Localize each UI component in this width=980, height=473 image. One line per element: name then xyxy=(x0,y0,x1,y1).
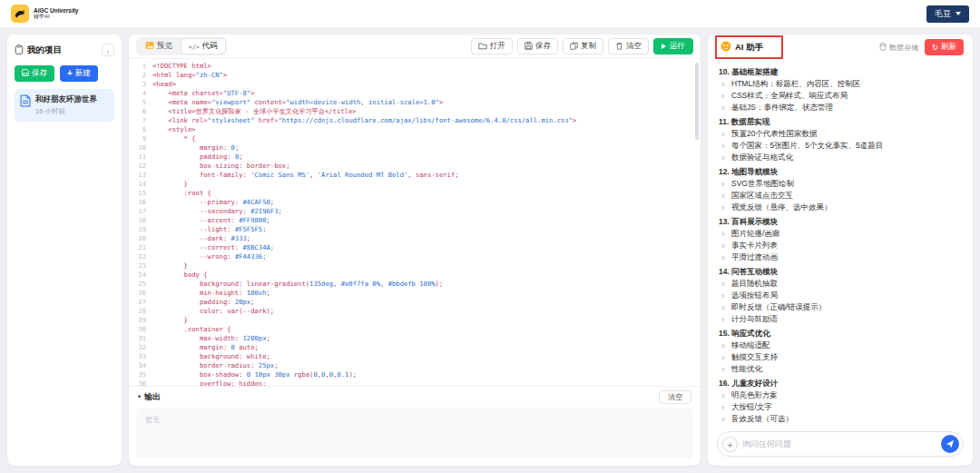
line-number: 19 xyxy=(129,225,152,234)
line-number: 26 xyxy=(129,289,152,298)
code-line: 2<html lang="zh-CN"> xyxy=(129,71,701,80)
code-line: 30 .container { xyxy=(129,325,701,334)
code-line: 27 padding: 20px; xyxy=(129,298,701,307)
plus-icon xyxy=(727,438,732,451)
user-menu-button[interactable]: 毛豆 xyxy=(926,5,969,23)
code-text: box-sizing: border-box; xyxy=(152,162,289,171)
assistant-list-item: 性能优化 xyxy=(719,363,962,375)
database-icon xyxy=(879,43,887,53)
collapse-sidebar-button[interactable] xyxy=(102,44,114,56)
save-project-button[interactable]: 保存 xyxy=(15,65,54,82)
code-text: --secondary: #2196F3; xyxy=(152,207,282,216)
code-text: <style> xyxy=(152,125,196,134)
tab-code-label: 代码 xyxy=(202,41,218,52)
code-line: 20 --dark: #333; xyxy=(129,234,701,243)
line-number: 2 xyxy=(129,71,152,80)
code-line: 8 <style> xyxy=(129,125,701,134)
clear-output-button[interactable]: 清空 xyxy=(659,390,691,404)
assistant-list-item: 大按钮/文字 xyxy=(719,401,962,413)
ai-assistant-content[interactable]: 10. 基础框架搭建HTML结构：标题栏、内容区、控制区CSS样式：全局样式、响… xyxy=(708,60,973,428)
project-list-item[interactable]: 和好朋友环游世界 16 小时前 xyxy=(15,89,114,122)
assistant-section-title: 10. 基础框架搭建 xyxy=(719,66,962,78)
code-text: <link rel="stylesheet" href="https://cdn… xyxy=(152,116,576,125)
new-project-button[interactable]: 新建 xyxy=(60,65,98,82)
code-line: 17 --secondary: #2196F3; xyxy=(129,207,701,216)
document-icon xyxy=(20,94,31,111)
line-number: 34 xyxy=(129,361,152,370)
assistant-section: 16. 儿童友好设计明亮色彩方案大按钮/文字音效反馈（可选） xyxy=(719,378,962,425)
vertical-scrollbar[interactable] xyxy=(695,63,699,140)
data-storage-button[interactable]: 数据存储 xyxy=(879,43,918,53)
send-button[interactable] xyxy=(941,435,959,453)
copy-button[interactable]: 复制 xyxy=(563,38,603,54)
code-line: 7 <link rel="stylesheet" href="https://c… xyxy=(129,116,701,125)
assistant-list-item: 音效反馈（可选） xyxy=(719,413,962,425)
copy-label: 复制 xyxy=(581,41,596,52)
chat-input[interactable] xyxy=(742,439,936,448)
code-text: } xyxy=(152,180,188,189)
code-line: 32 margin: 0 auto; xyxy=(129,343,701,352)
line-number: 30 xyxy=(129,325,152,334)
code-text: font-family: 'Comic Sans MS', 'Arial Rou… xyxy=(152,171,459,180)
code-text: } xyxy=(152,261,188,271)
line-number: 33 xyxy=(129,352,152,361)
code-line: 26 min-height: 100vh; xyxy=(129,289,701,298)
editor-panel: 预览 代码 打开 xyxy=(129,34,701,466)
line-number: 14 xyxy=(129,180,152,189)
run-button[interactable]: 运行 xyxy=(653,38,693,54)
assistant-section: 14. 问答互动模块题目随机抽取选项按钮布局即时反馈（正确/错误提示）计分与鼓励… xyxy=(719,266,962,325)
robot-icon xyxy=(720,39,731,55)
assistant-list-item: 平滑过渡动画 xyxy=(719,251,962,263)
line-number: 22 xyxy=(129,252,152,261)
code-lines: 1<!DOCTYPE html>2<html lang="zh-CN">3<he… xyxy=(129,62,701,386)
assistant-list-item: 即时反馈（正确/错误提示） xyxy=(719,301,962,313)
tab-preview-label: 预览 xyxy=(157,41,172,52)
code-text: --wrong: #F44336; xyxy=(152,252,267,261)
sidebar-actions: 保存 新建 xyxy=(15,65,114,82)
assistant-list-item: 明亮色彩方案 xyxy=(719,389,962,401)
ai-header-actions: 数据存储 刷新 xyxy=(879,39,964,55)
code-text: --accent: #FF9800; xyxy=(152,216,270,225)
code-line: 19 --light: #F5F5F5; xyxy=(129,225,701,234)
folder-icon xyxy=(478,42,487,52)
assistant-list-item: 题目随机抽取 xyxy=(719,278,962,290)
code-text: <!DOCTYPE html> xyxy=(152,62,211,71)
assistant-list-item: 视觉反馈（悬停、选中效果） xyxy=(719,202,962,213)
chat-bar xyxy=(708,428,973,466)
tab-code[interactable]: 代码 xyxy=(181,39,225,54)
code-text: * { xyxy=(152,134,196,143)
code-line: 22 --wrong: #F44336; xyxy=(129,252,701,261)
line-number: 15 xyxy=(129,189,152,198)
floppy-icon xyxy=(22,69,29,78)
line-number: 27 xyxy=(129,298,152,307)
toolbar-save-button[interactable]: 保存 xyxy=(517,38,558,54)
line-number: 18 xyxy=(129,216,152,225)
code-line: 21 --correct: #8BC34A; xyxy=(129,243,701,252)
refresh-label: 刷新 xyxy=(941,42,956,53)
user-name: 毛豆 xyxy=(935,8,951,20)
output-console: 暂无 xyxy=(136,408,693,458)
assistant-section: 11. 数据层实现预置20个代表性国家数据每个国家：5张图片、5个文化事实、5道… xyxy=(719,116,962,163)
code-text: box-shadow: 0 10px 30px rgba(0,0,0,0.1); xyxy=(152,370,357,379)
assistant-list-item: 基础JS：事件绑定、状态管理 xyxy=(719,102,962,113)
code-line: 14 } xyxy=(129,180,701,189)
open-button[interactable]: 打开 xyxy=(471,38,513,54)
assistant-list-item: 选项按钮布局 xyxy=(719,290,962,301)
refresh-button[interactable]: 刷新 xyxy=(925,39,964,55)
save-project-label: 保存 xyxy=(32,68,47,79)
code-line: 6 <title>世界文化探险家 - 全球小学生文化学习平台</title> xyxy=(129,107,701,116)
assistant-list-item: 每个国家：5张图片、5个文化事实、5道题目 xyxy=(719,140,962,152)
line-number: 6 xyxy=(129,107,152,116)
line-number: 25 xyxy=(129,280,152,289)
line-number: 20 xyxy=(129,234,152,243)
assistant-section-title: 15. 响应式优化 xyxy=(719,328,962,340)
add-attachment-button[interactable] xyxy=(722,437,738,452)
sidebar-header: 我的项目 xyxy=(15,42,114,58)
plus-icon xyxy=(67,69,73,78)
tab-preview[interactable]: 预览 xyxy=(138,39,180,54)
code-editor[interactable]: 1<!DOCTYPE html>2<html lang="zh-CN">3<he… xyxy=(129,59,701,386)
code-line: 33 background: white; xyxy=(129,352,701,361)
line-number: 11 xyxy=(129,153,152,162)
clear-button[interactable]: 清空 xyxy=(608,38,649,54)
code-text: overflow: hidden; xyxy=(152,379,267,386)
